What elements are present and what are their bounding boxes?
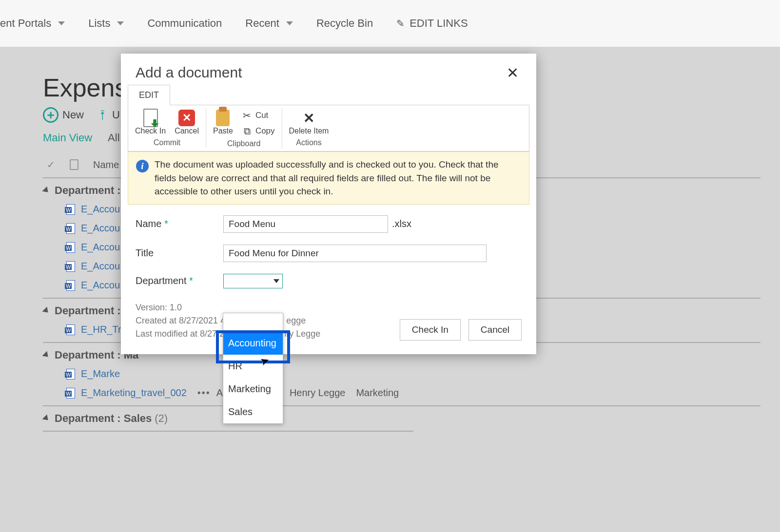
- upload-button[interactable]: ⭱ U: [98, 109, 120, 121]
- cancel-icon: ✕: [178, 110, 195, 126]
- collapse-icon: [42, 351, 51, 360]
- info-text: The document was uploaded successfully a…: [155, 158, 521, 198]
- cancel-label: Cancel: [175, 127, 199, 135]
- word-icon: [66, 223, 75, 234]
- copy-label: Copy: [255, 126, 275, 136]
- word-icon: [66, 388, 75, 399]
- option-hr[interactable]: HR: [223, 355, 283, 378]
- word-icon: [66, 369, 75, 380]
- group-sales-count: (2): [155, 412, 168, 425]
- group-sales: Department : Sales (2): [43, 405, 760, 435]
- close-button[interactable]: ✕: [504, 64, 522, 81]
- nav-portals[interactable]: ent Portals: [0, 17, 65, 30]
- group-actions-label: Actions: [296, 138, 321, 147]
- paste-icon: [216, 110, 230, 126]
- paste-button[interactable]: Paste: [211, 108, 235, 136]
- form-checkin-button[interactable]: Check In: [400, 319, 461, 341]
- name-extension: .xlsx: [392, 218, 411, 229]
- department-label: Department: [136, 275, 187, 286]
- word-icon: [66, 242, 75, 253]
- upload-label: U: [112, 109, 120, 121]
- checkin-icon: [143, 109, 158, 127]
- nav-edit-links[interactable]: ✎ EDIT LINKS: [396, 17, 468, 30]
- chevron-down-icon: [58, 21, 65, 25]
- form: Name * .xlsx Title Department * Accounti…: [121, 205, 536, 354]
- nav-portals-label: ent Portals: [0, 17, 51, 30]
- nav-recent[interactable]: Recent: [245, 17, 293, 30]
- item-name: E_Accou: [81, 204, 120, 215]
- chevron-down-icon: [286, 21, 293, 25]
- item-name: E_Accou: [81, 261, 120, 272]
- nav-communication-label: Communication: [147, 17, 222, 30]
- col-name[interactable]: Name: [93, 159, 119, 171]
- ribbon-group-clipboard: Paste ✂ Cut ⧉ Copy Clipboard: [206, 108, 282, 149]
- add-document-dialog: Add a document ✕ EDIT Check In ✕ Cancel …: [121, 54, 536, 354]
- dialog-title: Add a document: [136, 64, 242, 81]
- option-accounting[interactable]: Accounting: [223, 332, 283, 355]
- list-item[interactable]: E_Marke: [43, 364, 760, 383]
- word-icon: [66, 324, 75, 335]
- word-icon: [66, 261, 75, 272]
- option-blank[interactable]: [223, 313, 283, 332]
- group-commit-label: Commit: [154, 138, 180, 147]
- delete-item-button[interactable]: ✕ Delete Item: [287, 108, 331, 136]
- nav-lists[interactable]: Lists: [88, 17, 124, 30]
- nav-recent-label: Recent: [245, 17, 279, 30]
- collapse-icon: [42, 415, 51, 423]
- nav-communication[interactable]: Communication: [147, 17, 222, 30]
- group-sales-header[interactable]: Department : Sales (2): [43, 412, 760, 428]
- option-sales[interactable]: Sales: [223, 400, 283, 423]
- checkin-button[interactable]: Check In: [133, 108, 168, 136]
- name-input[interactable]: [223, 215, 388, 233]
- ribbon-group-actions: ✕ Delete Item Actions: [282, 108, 336, 148]
- delete-icon: ✕: [300, 109, 317, 127]
- document-icon: [70, 159, 78, 170]
- info-icon: i: [136, 160, 149, 172]
- item-name: E_Marketing_travel_002: [81, 387, 187, 399]
- group-clipboard-label: Clipboard: [227, 139, 260, 148]
- cancel-button[interactable]: ✕ Cancel: [173, 108, 201, 136]
- nav-recycle-bin-label: Recycle Bin: [316, 17, 373, 30]
- checkin-label: Check In: [135, 127, 166, 135]
- item-dept: Marketing: [356, 387, 399, 399]
- collapse-icon: [42, 187, 51, 195]
- required-mark: *: [189, 275, 193, 286]
- form-cancel-button[interactable]: Cancel: [468, 319, 522, 341]
- word-icon: [66, 280, 75, 291]
- item-name: E_HR_Tr: [81, 324, 121, 335]
- version-text: Version: 1.0: [136, 301, 320, 314]
- nav-recycle-bin[interactable]: Recycle Bin: [316, 17, 373, 30]
- collapse-icon: [42, 307, 51, 315]
- required-mark: *: [164, 218, 168, 229]
- chevron-down-icon: [273, 279, 279, 283]
- plus-icon: +: [43, 107, 58, 123]
- item-name: E_Accou: [81, 280, 120, 291]
- view-main[interactable]: Main View: [43, 132, 92, 144]
- word-icon: [66, 204, 75, 215]
- more-icon[interactable]: •••: [197, 387, 211, 399]
- new-label: New: [62, 109, 84, 121]
- chevron-down-icon: [117, 21, 124, 25]
- copy-icon: ⧉: [242, 126, 253, 136]
- title-input[interactable]: [223, 245, 487, 262]
- department-select[interactable]: [223, 274, 283, 288]
- option-marketing[interactable]: Marketing: [223, 378, 283, 400]
- tab-edit[interactable]: EDIT: [128, 85, 170, 105]
- top-nav: ent Portals Lists Communication Recent R…: [0, 0, 780, 47]
- paste-label: Paste: [213, 127, 233, 135]
- nav-edit-links-label: EDIT LINKS: [410, 17, 468, 30]
- upload-icon: ⭱: [98, 109, 108, 121]
- ribbon-group-commit: Check In ✕ Cancel Commit: [128, 108, 206, 148]
- check-icon[interactable]: ✓: [47, 159, 55, 171]
- cut-label: Cut: [255, 111, 268, 120]
- pencil-icon: ✎: [396, 18, 405, 29]
- delete-label: Delete Item: [289, 127, 329, 135]
- new-button[interactable]: + New: [43, 107, 84, 123]
- copy-button[interactable]: ⧉ Copy: [240, 125, 277, 137]
- department-dropdown: Accounting HR Marketing Sales: [223, 313, 283, 424]
- cut-button[interactable]: ✂ Cut: [240, 109, 277, 122]
- item-user: Henry Legge: [290, 387, 346, 399]
- list-item[interactable]: E_Marketing_travel_002 ••• August 13 Hen…: [43, 383, 760, 402]
- ribbon: Check In ✕ Cancel Commit Paste ✂ Cut: [128, 105, 529, 152]
- name-label: Name: [136, 218, 161, 229]
